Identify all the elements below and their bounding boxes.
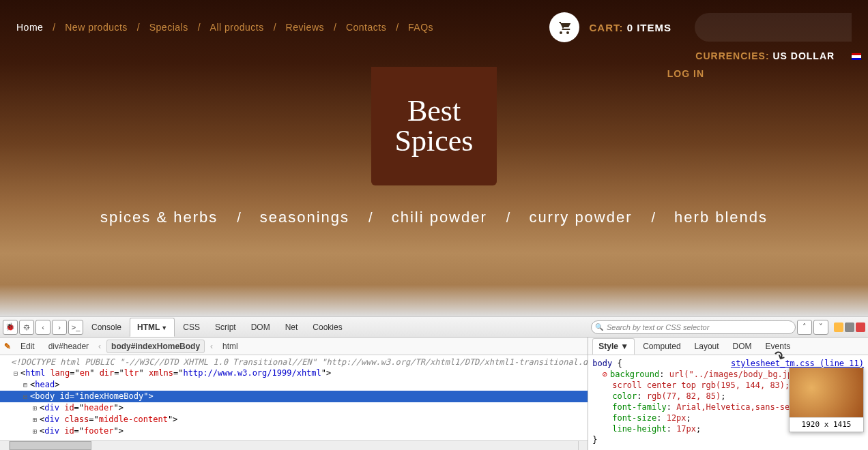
html-element[interactable]: ⊟<html lang="en" dir="ltr" xmlns="http:/… — [0, 368, 588, 379]
cat-spices-herbs[interactable]: spices & herbs — [100, 209, 218, 226]
inspect-icon[interactable]: ⯐ — [19, 320, 34, 335]
chevron-left-icon: ‹ — [210, 342, 213, 351]
console-toggle-icon[interactable]: >_ — [68, 320, 83, 335]
login-link[interactable]: LOG IN — [667, 68, 704, 79]
currencies-label: CURRENCIES: — [695, 50, 769, 61]
cat-sep: / — [368, 210, 373, 226]
tab-net[interactable]: Net — [278, 318, 305, 336]
back-icon[interactable]: ‹ — [35, 320, 50, 335]
website-header-area: Home/ New products/ Specials/ All produc… — [0, 0, 868, 316]
chevron-left-icon: ‹ — [98, 342, 101, 351]
currency-row: CURRENCIES: US DOLLAR — [0, 42, 868, 61]
preview-dimensions: 1920 x 1415 — [790, 417, 863, 432]
breadcrumb-item[interactable]: div#header — [44, 340, 93, 352]
nav-sep: / — [53, 22, 55, 33]
cat-seasonings[interactable]: seasonings — [260, 209, 349, 226]
expand-icon[interactable]: ⊞ — [20, 380, 30, 391]
devtools-body: ✎ Edit div#header‹ body#indexHomeBody‹ h… — [0, 338, 868, 450]
cart-items: 0 ITEMS — [627, 22, 671, 33]
cart-text[interactable]: CART: 0 ITEMS — [589, 22, 671, 33]
logo-line1: Best — [395, 96, 474, 126]
nav-contacts[interactable]: Contacts — [346, 22, 386, 33]
div-header-element[interactable]: ⊞<div id="header"> — [0, 402, 588, 414]
chevron-down-icon: ▼ — [618, 342, 628, 351]
image-preview-tooltip: 1920 x 1415 — [789, 368, 864, 432]
disabled-icon: ⊘ — [603, 370, 607, 379]
breadcrumb: ✎ Edit div#header‹ body#indexHomeBody‹ h… — [0, 338, 588, 355]
tab-script[interactable]: Script — [208, 318, 243, 336]
html-tree[interactable]: <!DOCTYPE html PUBLIC "-//W3C//DTD XHTML… — [0, 355, 588, 440]
logo[interactable]: Best Spices — [371, 67, 497, 185]
cat-sep: / — [652, 210, 656, 226]
div-footer-element[interactable]: ⊞<div id="footer"> — [0, 425, 588, 437]
css-close-brace: } — [592, 434, 864, 445]
top-nav: Home/ New products/ Specials/ All produc… — [16, 22, 433, 33]
css-selector: body — [592, 359, 612, 368]
search-input[interactable] — [695, 13, 852, 42]
style-tabs: Style ▼ Computed Layout DOM Events — [588, 338, 868, 355]
flag-icon[interactable] — [852, 53, 861, 60]
nav-sep: / — [334, 22, 336, 33]
minimize-icon[interactable] — [834, 322, 843, 332]
cart-area: CART: 0 ITEMS — [549, 12, 852, 42]
category-bar: spices & herbs/ seasonings/ chili powder… — [0, 209, 868, 226]
tab-dom[interactable]: DOM — [244, 318, 277, 336]
firebug-icon[interactable]: 🐞 — [3, 320, 18, 335]
popout-icon[interactable] — [845, 322, 854, 332]
cat-chili-powder[interactable]: chili powder — [392, 209, 487, 226]
head-element[interactable]: ⊞<head> — [0, 379, 588, 391]
nav-reviews[interactable]: Reviews — [286, 22, 324, 33]
nav-all-products[interactable]: All products — [210, 22, 264, 33]
devtools-style-panel: Style ▼ Computed Layout DOM Events ↷ sty… — [588, 338, 868, 450]
rtab-style[interactable]: Style ▼ — [592, 338, 635, 355]
tab-cookies[interactable]: Cookies — [306, 318, 349, 336]
rtab-layout[interactable]: Layout — [689, 339, 725, 354]
expand-icon[interactable]: ⊞ — [30, 415, 40, 425]
doctype-line: <!DOCTYPE html PUBLIC "-//W3C//DTD XHTML… — [11, 357, 588, 367]
logo-line2: Spices — [395, 126, 474, 156]
currencies-value[interactable]: US DOLLAR — [772, 50, 835, 61]
nav-faqs[interactable]: FAQs — [408, 22, 433, 33]
devtools-search-input[interactable]: Search by text or CSS selector — [591, 320, 796, 334]
cat-herb-blends[interactable]: herb blends — [674, 209, 768, 226]
preview-thumbnail — [790, 368, 863, 417]
horizontal-scrollbar[interactable] — [0, 440, 588, 450]
window-controls — [834, 322, 865, 332]
logo-text: Best Spices — [395, 96, 474, 156]
nav-specials[interactable]: Specials — [149, 22, 188, 33]
tab-html[interactable]: HTML▼ — [130, 318, 175, 337]
close-icon[interactable] — [856, 322, 865, 332]
collapse-icon[interactable]: ⊟ — [20, 391, 30, 402]
nav-new-products[interactable]: New products — [65, 22, 128, 33]
devtools-html-panel: ✎ Edit div#header‹ body#indexHomeBody‹ h… — [0, 338, 588, 450]
cat-curry-powder[interactable]: curry powder — [529, 209, 632, 226]
nav-sep: / — [198, 22, 201, 33]
devtools-toolbar: 🐞 ⯐ ‹ › >_ Console HTML▼ CSS Script DOM … — [0, 317, 868, 338]
search-down-icon[interactable]: ˅ — [813, 320, 828, 335]
search-up-icon[interactable]: ˄ — [797, 320, 812, 335]
devtools-panel: 🐞 ⯐ ‹ › >_ Console HTML▼ CSS Script DOM … — [0, 316, 868, 450]
css-rules[interactable]: ↷ stylesheet_tm.css (line 11) body { ⊘ba… — [588, 355, 868, 450]
top-bar: Home/ New products/ Specials/ All produc… — [0, 0, 868, 42]
nav-sep: / — [396, 22, 399, 33]
rtab-dom[interactable]: DOM — [727, 339, 757, 354]
edit-icon[interactable]: ✎ — [4, 342, 11, 351]
cart-label: CART: — [589, 22, 623, 33]
breadcrumb-edit[interactable]: Edit — [16, 340, 39, 352]
cat-sep: / — [237, 210, 241, 226]
breadcrumb-item[interactable]: html — [218, 340, 242, 352]
cat-sep: / — [506, 210, 510, 226]
forward-icon[interactable]: › — [52, 320, 67, 335]
collapse-icon[interactable]: ⊟ — [11, 368, 20, 379]
tab-console[interactable]: Console — [85, 318, 128, 336]
nav-sep: / — [274, 22, 276, 33]
nav-home[interactable]: Home — [16, 22, 43, 33]
body-element-selected[interactable]: ⊟<body id="indexHomeBody"> — [0, 391, 588, 402]
tab-css[interactable]: CSS — [176, 318, 207, 336]
cart-icon[interactable] — [549, 12, 579, 42]
breadcrumb-item-selected[interactable]: body#indexHomeBody — [106, 340, 205, 353]
expand-icon[interactable]: ⊞ — [30, 403, 40, 414]
rtab-computed[interactable]: Computed — [637, 339, 686, 354]
div-middle-element[interactable]: ⊞<div class="middle-content"> — [0, 414, 588, 425]
expand-icon[interactable]: ⊞ — [30, 426, 40, 437]
